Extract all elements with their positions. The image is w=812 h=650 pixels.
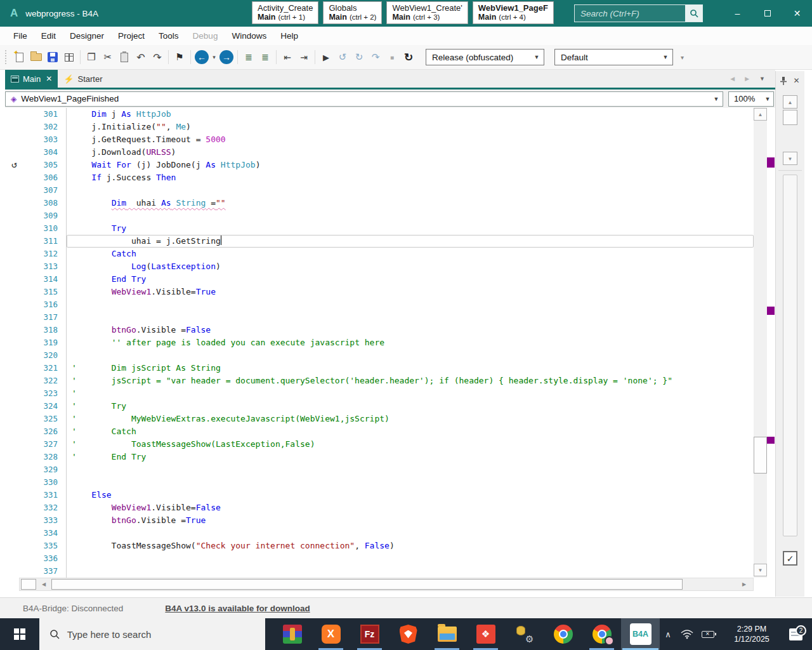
code-line: 301 Dim j As HttpJob: [5, 108, 754, 121]
ui-theme-select[interactable]: Default ▼: [554, 49, 673, 65]
menu-debug[interactable]: Debug: [186, 27, 225, 45]
toolbar-overflow-icon[interactable]: ▾: [681, 54, 684, 61]
resume-icon[interactable]: ↺: [334, 49, 351, 65]
search-icon[interactable]: [685, 5, 702, 22]
comment-icon[interactable]: ≣: [240, 49, 257, 65]
navigate-forward-icon[interactable]: →: [218, 49, 235, 65]
menu-windows[interactable]: Windows: [225, 27, 273, 45]
editor-zoom-select[interactable]: 100% ▼: [728, 91, 774, 107]
quick-tab-2[interactable]: GlobalsMain(ctrl + 2): [323, 1, 382, 24]
scroll-down-icon[interactable]: ▼: [754, 564, 767, 576]
menu-designer[interactable]: Designer: [63, 27, 111, 45]
editor-vertical-scrollbar[interactable]: ▲ ▼: [754, 108, 767, 578]
close-button[interactable]: ✕: [782, 0, 812, 27]
pin-icon[interactable]: [780, 77, 787, 85]
taskbar-search-box[interactable]: Type here to search: [39, 618, 265, 650]
wifi-icon[interactable]: [681, 629, 693, 639]
taskbar-db-tools-icon[interactable]: ⚙: [505, 618, 544, 650]
tab-main[interactable]: Main ✕: [5, 70, 58, 88]
panel-lower-track[interactable]: [783, 175, 797, 536]
taskbar-red-app-icon[interactable]: ❖: [466, 618, 505, 650]
build-configuration-select[interactable]: Release (obfuscated) ▼: [426, 49, 544, 65]
vertical-scroll-thumb[interactable]: [754, 437, 767, 474]
code-line: 328' End Try: [5, 451, 754, 463]
taskbar-clock[interactable]: 2:29 PM 1/12/2025: [726, 624, 778, 644]
indent-icon[interactable]: ⇥: [296, 49, 312, 65]
ide-search-box[interactable]: Search (Ctrl+F): [574, 4, 703, 22]
sub-navigator-select[interactable]: ◈ WebView1_PageFinished ▼: [5, 91, 723, 107]
new-file-icon[interactable]: [11, 49, 28, 65]
gear-icon: ⚙: [525, 633, 534, 645]
resumable-sub-icon: ↺: [11, 159, 17, 169]
back-history-dropdown-icon[interactable]: ▾: [210, 49, 218, 65]
navigate-back-icon[interactable]: ←: [193, 49, 210, 65]
run-icon[interactable]: ▶: [318, 49, 334, 65]
close-panel-icon[interactable]: ✕: [793, 76, 799, 85]
action-center-button[interactable]: 2: [783, 628, 808, 640]
menu-tools[interactable]: Tools: [152, 27, 186, 45]
scroll-right-icon[interactable]: ▶: [738, 579, 750, 590]
quick-tab-sub-label: Activity_Create: [258, 3, 313, 13]
taskbar-xampp-icon[interactable]: X: [311, 618, 350, 650]
menu-edit[interactable]: Edit: [34, 27, 63, 45]
scroll-up-icon[interactable]: ▲: [783, 95, 797, 109]
toolbar-grip[interactable]: [5, 50, 8, 64]
taskbar-filezilla-icon[interactable]: Fz: [350, 618, 389, 650]
taskbar-b4a-icon[interactable]: B4A: [621, 618, 660, 650]
code-text: Dim j As HttpJob: [67, 108, 754, 121]
menu-help[interactable]: Help: [273, 27, 305, 45]
scroll-up-icon[interactable]: ▲: [754, 108, 767, 121]
code-text: j.Download(URLSS): [67, 146, 754, 159]
step-into-icon[interactable]: ↻: [351, 49, 367, 65]
code-editor[interactable]: 301 Dim j As HttpJob302 j.Initialize("",…: [5, 108, 754, 578]
taskbar-explorer-icon[interactable]: [428, 618, 466, 650]
bookmark-icon[interactable]: ⚑: [171, 49, 188, 65]
battery-icon[interactable]: [702, 631, 714, 638]
cut-icon[interactable]: ✂: [100, 49, 116, 65]
quick-tab-3[interactable]: WebView1_Create'Main(ctrl + 3): [386, 1, 468, 24]
save-icon[interactable]: [44, 49, 61, 65]
stop-icon[interactable]: ■: [384, 49, 400, 65]
undo-icon[interactable]: ↶: [133, 49, 149, 65]
panel-scroll-thumb[interactable]: [783, 110, 797, 125]
export-package-icon[interactable]: [61, 49, 77, 65]
uncomment-icon[interactable]: ≣: [257, 49, 273, 65]
taskbar-winrar-icon[interactable]: [273, 618, 311, 650]
copy-icon[interactable]: ❐: [83, 49, 100, 65]
chevron-down-icon: ▼: [762, 96, 773, 102]
step-over-icon[interactable]: ↷: [367, 49, 384, 65]
menu-project[interactable]: Project: [111, 27, 152, 45]
scroll-left-icon[interactable]: ◀: [37, 579, 50, 590]
outdent-icon[interactable]: ⇤: [279, 49, 296, 65]
editor-horizontal-scrollbar[interactable]: ◀ ▶: [19, 578, 754, 591]
menu-file[interactable]: File: [6, 27, 34, 45]
panel-scroll-track[interactable]: [783, 126, 797, 152]
code-text: WebView1.Visible=False: [67, 501, 754, 514]
update-download-link[interactable]: B4A v13.0 is available for download: [165, 604, 310, 613]
maximize-button[interactable]: [752, 0, 782, 27]
paste-icon[interactable]: [116, 49, 133, 65]
tray-chevron-up-icon[interactable]: ∧: [660, 630, 676, 639]
horizontal-scroll-thumb[interactable]: [51, 579, 683, 590]
scroll-down-icon[interactable]: ▼: [783, 152, 797, 165]
code-text: j.Initialize("", Me): [67, 121, 754, 133]
close-tab-icon[interactable]: ✕: [46, 74, 52, 83]
splitter-box[interactable]: [21, 579, 36, 590]
tab-scroll-right-icon[interactable]: ▶: [745, 76, 749, 82]
quick-tab-4[interactable]: WebView1_PageFMain(ctrl + 4): [473, 1, 554, 24]
quick-tab-1[interactable]: Activity_CreateMain(ctrl + 1): [252, 1, 318, 24]
redo-icon[interactable]: ↷: [149, 49, 166, 65]
taskbar-chrome-icon[interactable]: [544, 618, 582, 650]
taskbar-brave-icon[interactable]: [389, 618, 428, 650]
open-project-icon[interactable]: [28, 49, 44, 65]
taskbar-chrome-profile-icon[interactable]: [582, 618, 621, 650]
tab-starter[interactable]: ⚡ Starter: [58, 70, 108, 88]
minimize-button[interactable]: –: [723, 0, 752, 27]
rebuild-icon[interactable]: ↻: [400, 49, 417, 65]
code-text: [67, 565, 754, 578]
panel-checkbox[interactable]: ✓: [783, 551, 797, 566]
tab-list-dropdown-icon[interactable]: ▼: [759, 76, 765, 82]
start-button[interactable]: [0, 618, 39, 650]
tab-scroll-left-icon[interactable]: ◀: [730, 76, 735, 82]
chevron-down-icon: ▼: [710, 96, 723, 102]
